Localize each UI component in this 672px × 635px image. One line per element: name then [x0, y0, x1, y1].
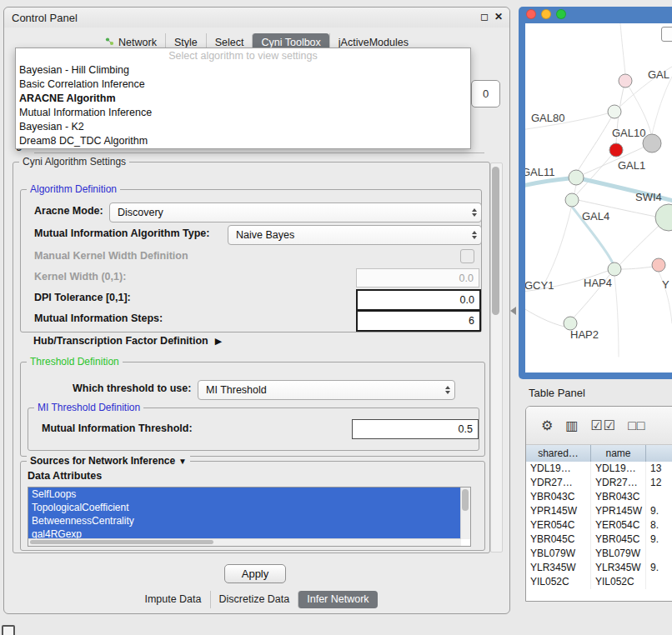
list-horizontal-scrollbar[interactable]	[28, 538, 461, 546]
close-window-icon[interactable]: ✕	[494, 11, 503, 22]
close-traffic-light-icon[interactable]	[526, 9, 536, 19]
tab-impute-data[interactable]: Impute Data	[136, 591, 209, 608]
column-selector-icon[interactable]: ▥	[565, 418, 579, 433]
deselect-rows-icon[interactable]: □□	[628, 418, 645, 433]
table-row[interactable]: YDL19…YDL19…13	[526, 462, 672, 476]
settings-gear-icon[interactable]: ⚙	[541, 418, 554, 433]
table-cell: YDR27…	[526, 476, 591, 490]
sources-group: Sources for Network Inference ▼ Data Att…	[20, 461, 485, 551]
table-panel-title: Table Panel	[529, 387, 585, 399]
network-window-titlebar[interactable]	[519, 7, 672, 23]
settings-vertical-scrollbar[interactable]	[490, 162, 503, 552]
apply-button[interactable]: Apply	[224, 564, 286, 583]
algorithm-option-aracne-algorithm[interactable]: ARACNE Algorithm	[16, 92, 470, 106]
partial-spinner-field[interactable]: 0	[471, 80, 500, 108]
attribute-item-topologicalcoefficient[interactable]: TopologicalCoefficient	[28, 501, 461, 514]
table-cell: YBR043C	[591, 490, 646, 504]
list-vertical-scrollbar[interactable]	[460, 488, 470, 539]
expand-right-icon: ▶	[215, 336, 222, 347]
mi-algorithm-type-select[interactable]: Naive Bayes	[228, 225, 482, 245]
splitter-collapse-icon[interactable]	[510, 307, 516, 315]
aracne-mode-select[interactable]: Discovery	[109, 202, 482, 222]
table-row[interactable]: YPR145WYPR145W9.	[526, 504, 672, 518]
table-row[interactable]: YBR043CYBR043C	[526, 490, 672, 504]
network-edge[interactable]	[525, 178, 569, 187]
network-node-top-pink[interactable]	[619, 74, 632, 88]
network-node-gal10-red[interactable]	[609, 143, 623, 157]
algorithm-option-basic-correlation-inference[interactable]: Basic Correlation Inference	[16, 78, 470, 92]
table-row[interactable]: YBR045CYBR045C9.	[526, 532, 672, 547]
dpi-tolerance-input[interactable]: 0.0	[356, 289, 481, 311]
which-threshold-select[interactable]: MI Threshold	[198, 380, 455, 400]
network-canvas[interactable]: GALGAL80GAL10GAL11GAL1SWI4GAL4GCY1HAP4YH…	[525, 23, 672, 372]
scrollbar-thumb[interactable]	[30, 540, 213, 544]
panel-title: Control Panel	[12, 12, 78, 24]
obscured-groupbox-edge	[34, 152, 484, 153]
column-header-shared[interactable]: shared…	[526, 445, 591, 462]
attribute-item-gal4rgexp[interactable]: gal4RGexp	[28, 528, 461, 539]
cyni-settings-group-title: Cyni Algorithm Settings	[19, 156, 129, 168]
network-edge[interactable]	[621, 267, 653, 269]
attribute-item-betweennesscentrality[interactable]: BetweennessCentrality	[28, 514, 461, 528]
network-edge[interactable]	[614, 276, 619, 357]
tab-discretize-data[interactable]: Discretize Data	[210, 591, 298, 608]
node-label-hap4: HAP4	[584, 277, 612, 289]
mi-algorithm-type-value: Naive Bayes	[236, 229, 294, 241]
float-window-icon[interactable]: ◻	[480, 11, 489, 22]
control-panel-titlebar[interactable]: Control Panel ◻ ✕	[4, 8, 509, 28]
network-edge[interactable]	[619, 226, 659, 265]
table-row[interactable]: YLR345WYLR345W9.	[526, 561, 672, 575]
scrollbar-thumb[interactable]	[462, 489, 469, 511]
zoom-traffic-light-icon[interactable]	[556, 9, 566, 19]
attribute-item-selfloops[interactable]: SelfLoops	[28, 488, 461, 501]
mi-threshold-input[interactable]: 0.5	[352, 419, 479, 439]
sources-group-toggle[interactable]: Sources for Network Inference ▼	[27, 455, 190, 467]
node-label-gcy1: GCY1	[525, 279, 554, 292]
table-row[interactable]: YER054CYER054C8.	[526, 518, 672, 532]
scrollbar-thumb[interactable]	[492, 167, 499, 315]
node-label-gal11: GAL11	[525, 166, 555, 178]
dpi-tolerance-label: DPI Tolerance [0,1]:	[34, 292, 131, 303]
table-cell: YBR045C	[591, 532, 646, 547]
network-node-gal80[interactable]	[608, 105, 621, 118]
minimize-traffic-light-icon[interactable]	[541, 9, 551, 19]
algorithm-option-dream8-dc-tdc-algorithm[interactable]: Dream8 DC_TDC Algorithm	[16, 134, 470, 148]
hub-definition-toggle[interactable]: Hub/Transcription Factor Definition ▶	[33, 335, 222, 347]
combo-stepper-icon	[472, 208, 477, 217]
threshold-definition-title: Threshold Definition	[27, 356, 123, 368]
mi-steps-input[interactable]: 6	[356, 310, 481, 332]
apply-button-label: Apply	[242, 568, 269, 580]
table-row[interactable]: YDR27…YDR27…12	[526, 476, 672, 490]
birdseye-view-box[interactable]	[661, 27, 672, 42]
algorithm-dropdown-placeholder[interactable]: Select algorithm to view settings	[16, 48, 470, 63]
kernel-width-input[interactable]: 0.0	[356, 268, 479, 288]
algorithm-option-mutual-information-inference[interactable]: Mutual Information Inference	[16, 106, 470, 120]
algorithm-definition-group: Algorithm Definition Aracne Mode: Discov…	[20, 189, 482, 332]
network-edge[interactable]	[525, 305, 564, 327]
network-node-gal4[interactable]	[565, 193, 579, 207]
network-edge[interactable]	[578, 112, 614, 171]
network-edge[interactable]	[620, 23, 625, 74]
network-node-gal1[interactable]	[569, 170, 584, 185]
tab-infer-network[interactable]: Infer Network	[298, 591, 377, 608]
network-node-hap4[interactable]	[608, 262, 621, 276]
restore-panel-icon[interactable]	[2, 625, 15, 635]
table-cell: YDL19…	[591, 462, 646, 476]
bottom-tab-bar: Impute DataDiscretize DataInfer Network	[4, 591, 509, 608]
mi-steps-label: Mutual Information Steps:	[34, 312, 163, 324]
table-cell: 9.	[646, 561, 672, 575]
select-rows-icon[interactable]: ☑☑	[590, 418, 616, 433]
manual-kernel-width-checkbox[interactable]	[460, 249, 474, 263]
column-header-name[interactable]: name	[591, 445, 646, 462]
network-node-right-salmon[interactable]	[652, 258, 665, 272]
table-row[interactable]: YBL079WYBL079W	[526, 547, 672, 561]
algorithm-option-bayesian-k2[interactable]: Bayesian - K2	[16, 120, 470, 134]
partial-spinner-value: 0	[483, 88, 489, 100]
table-row[interactable]: YIL052CYIL052C	[526, 575, 672, 589]
table-cell: YPR145W	[526, 504, 591, 518]
algorithm-option-bayesian-hill-climbing[interactable]: Bayesian - Hill Climbing	[16, 63, 470, 78]
network-edge[interactable]	[652, 77, 672, 134]
column-header-col2[interactable]	[646, 445, 672, 462]
manual-kernel-width-label: Manual Kernel Width Definition	[34, 250, 188, 262]
dpi-tolerance-value: 0.0	[460, 294, 474, 306]
